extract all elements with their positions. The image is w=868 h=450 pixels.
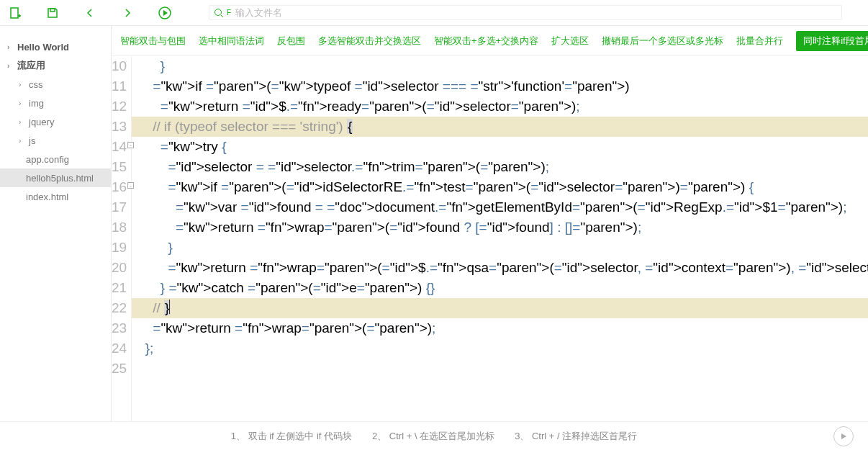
svg-line-7 — [221, 15, 223, 17]
play-button[interactable] — [833, 426, 854, 446]
project-root-flow[interactable]: ›流应用 — [0, 56, 111, 75]
tree-label: 流应用 — [17, 59, 45, 72]
action-undo-multi[interactable]: 撤销最后一个多选区或多光标 — [602, 35, 723, 48]
svg-rect-0 — [11, 8, 18, 18]
file-tree: ›Hello World ›流应用 ›css ›img ›jquery ›js … — [0, 26, 112, 421]
status-bar: 1、 双击 if 左侧选中 if 代码块 2、 Ctrl + \ 在选区首尾加光… — [0, 421, 868, 450]
save-icon[interactable] — [45, 5, 60, 21]
tree-folder-css[interactable]: ›css — [0, 75, 111, 94]
tree-folder-jquery[interactable]: ›jquery — [0, 112, 111, 131]
svg-point-6 — [215, 9, 222, 15]
action-smart-dblclick[interactable]: 智能双击与包围 — [120, 35, 186, 48]
project-root-hello[interactable]: ›Hello World — [0, 37, 111, 56]
tree-label: css — [29, 79, 43, 90]
nav-back-icon[interactable] — [82, 5, 98, 21]
action-join-lines[interactable]: 批量合并行 — [736, 35, 783, 48]
action-comment-if[interactable]: 同时注释if段首尾 — [796, 31, 868, 51]
svg-marker-8 — [841, 433, 846, 439]
nav-forward-icon[interactable] — [119, 5, 135, 21]
tree-label: Hello World — [17, 42, 69, 53]
search-icon — [214, 8, 224, 18]
tip-1: 1、 双击 if 左侧选中 if 代码块 — [231, 430, 352, 443]
action-expand-sel[interactable]: 扩大选区 — [551, 35, 589, 48]
run-icon[interactable] — [157, 5, 173, 21]
search-sub-label: F — [227, 9, 231, 17]
tree-label: img — [29, 98, 44, 109]
action-smart-multi-swap[interactable]: 智能双击+多选+交换内容 — [434, 35, 538, 48]
tip-2: 2、 Ctrl + \ 在选区首尾加光标 — [372, 430, 494, 443]
action-bar: 智能双击与包围 选中相同语法词 反包围 多选智能双击并交换选区 智能双击+多选+… — [112, 26, 868, 56]
tree-file-helloh5plus[interactable]: helloh5plus.html — [0, 168, 111, 187]
tree-folder-js[interactable]: ›js — [0, 131, 111, 150]
svg-marker-5 — [163, 10, 168, 16]
code-lines[interactable]: } ="kw">if ="paren">(="kw">typeof ="id">… — [132, 56, 868, 421]
file-search[interactable]: F — [209, 5, 842, 20]
top-toolbar: F — [0, 0, 868, 26]
tree-label: app.config — [26, 154, 69, 165]
action-unwrap[interactable]: 反包围 — [277, 35, 305, 48]
tree-folder-img[interactable]: ›img — [0, 94, 111, 112]
tip-3: 3、 Ctrl + / 注释掉选区首尾行 — [515, 430, 637, 443]
tree-label: index.html — [26, 192, 68, 202]
code-editor[interactable]: 1011121314-1516-171819202122232425 } ="k… — [112, 56, 868, 421]
tree-label: js — [29, 135, 35, 146]
search-input[interactable] — [235, 7, 837, 18]
tree-file-index[interactable]: index.html — [0, 187, 111, 206]
action-multi-swap[interactable]: 多选智能双击并交换选区 — [318, 35, 421, 48]
action-select-same[interactable]: 选中相同语法词 — [199, 35, 264, 48]
editor-pane: 智能双击与包围 选中相同语法词 反包围 多选智能双击并交换选区 智能双击+多选+… — [112, 26, 868, 421]
tree-file-appconfig[interactable]: app.config — [0, 150, 111, 168]
line-gutter: 1011121314-1516-171819202122232425 — [112, 56, 132, 421]
tree-label: jquery — [29, 117, 54, 127]
new-file-icon[interactable] — [7, 5, 23, 21]
tree-label: helloh5plus.html — [26, 173, 94, 184]
svg-rect-3 — [50, 9, 55, 12]
